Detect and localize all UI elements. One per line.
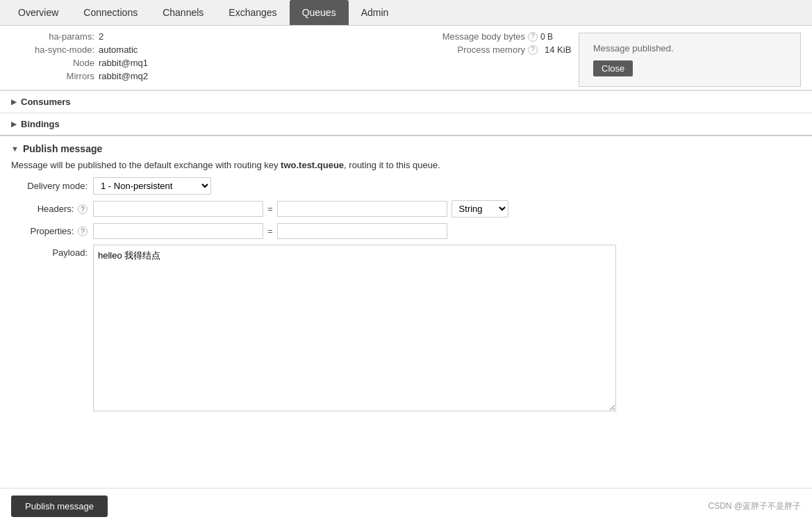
nav-queues[interactable]: Queues: [290, 0, 349, 25]
publish-arrow-icon: ▼: [11, 145, 19, 153]
stat-val-1: 0 B: [540, 32, 568, 42]
node-row: Node rabbit@mq1: [11, 58, 414, 68]
headers-type-select[interactable]: String Number Boolean: [451, 200, 508, 218]
delivery-mode-row: Delivery mode: 1 - Non-persistent 2 - Pe…: [11, 177, 801, 195]
process-memory-value: 14 KiB: [545, 44, 571, 55]
ha-sync-mode-label: ha-sync-mode:: [11, 44, 94, 55]
publish-message-section: ▼ Publish message Message will be publis…: [0, 135, 812, 424]
bindings-section: ▶ Bindings: [0, 113, 812, 135]
headers-label: Headers: ?: [11, 204, 88, 215]
publish-desc-suffix: , routing it to this queue.: [344, 160, 440, 170]
mirrors-label: Mirrors: [11, 71, 94, 81]
bindings-accordion-header[interactable]: ▶ Bindings: [11, 119, 801, 129]
ha-params-label: ha-params:: [11, 31, 94, 42]
nav-exchanges[interactable]: Exchanges: [216, 0, 289, 25]
notification-message: Message published.: [593, 43, 786, 54]
main-content: ha-params: 2 ha-sync-mode: automatic Nod…: [0, 26, 812, 466]
publish-message-header[interactable]: ▼ Publish message: [11, 143, 801, 154]
message-body-label: Message body bytes: [414, 31, 525, 42]
nav-connections[interactable]: Connections: [71, 0, 150, 25]
payload-textarea[interactable]: [93, 245, 616, 411]
nav-overview[interactable]: Overview: [6, 0, 71, 25]
main-nav: Overview Connections Channels Exchanges …: [0, 0, 812, 26]
notification-box: Message published. Close: [579, 33, 801, 87]
info-section: ha-params: 2 ha-sync-mode: automatic Nod…: [0, 26, 812, 90]
ha-sync-mode-value: automatic: [99, 44, 138, 55]
properties-row: Properties: ? =: [11, 223, 801, 239]
consumers-arrow-icon: ▶: [11, 98, 17, 106]
ha-params-value: 2: [99, 31, 103, 42]
publish-desc-prefix: Message will be published to the default…: [11, 160, 281, 170]
node-label: Node: [11, 58, 94, 68]
properties-help-icon[interactable]: ?: [78, 227, 88, 236]
delivery-mode-label: Delivery mode:: [11, 181, 88, 191]
close-notification-button[interactable]: Close: [593, 60, 633, 76]
mirrors-row: Mirrors rabbit@mq2: [11, 71, 414, 81]
consumers-accordion-header[interactable]: ▶ Consumers: [11, 97, 801, 107]
info-left: ha-params: 2 ha-sync-mode: automatic Nod…: [11, 31, 414, 84]
payload-label: Payload:: [11, 245, 88, 258]
bindings-label: Bindings: [21, 119, 60, 129]
properties-value-input[interactable]: [277, 223, 447, 239]
mirrors-value: rabbit@mq2: [99, 71, 148, 81]
nav-admin[interactable]: Admin: [349, 0, 401, 25]
process-memory-help-icon[interactable]: ?: [528, 45, 538, 55]
nav-channels[interactable]: Channels: [150, 0, 216, 25]
bindings-arrow-icon: ▶: [11, 120, 17, 128]
properties-key-input[interactable]: [93, 223, 263, 239]
payload-row: Payload:: [11, 245, 801, 411]
publish-header-label: Publish message: [23, 143, 102, 154]
headers-row: Headers: ? = String Number Boolean: [11, 200, 801, 218]
ha-sync-mode-row: ha-sync-mode: automatic: [11, 44, 414, 55]
publish-routing-key: two.test.queue: [281, 160, 344, 170]
properties-equals: =: [267, 226, 273, 236]
headers-key-input[interactable]: [93, 201, 263, 217]
consumers-label: Consumers: [21, 97, 71, 107]
consumers-section: ▶ Consumers: [0, 90, 812, 113]
publish-description: Message will be published to the default…: [11, 160, 801, 170]
process-memory-label: Process memory: [414, 44, 525, 55]
headers-help-icon[interactable]: ?: [78, 204, 88, 214]
ha-params-row: ha-params: 2: [11, 31, 414, 42]
node-value: rabbit@mq1: [99, 58, 148, 68]
headers-value-input[interactable]: [277, 201, 447, 217]
info-right: Message body bytes ? 0 B 0 B 0 B 0 B Pro…: [414, 31, 801, 84]
delivery-mode-select[interactable]: 1 - Non-persistent 2 - Persistent: [93, 177, 211, 195]
headers-equals: =: [267, 204, 273, 214]
message-body-help-icon[interactable]: ?: [528, 32, 538, 42]
properties-label: Properties: ?: [11, 226, 88, 237]
